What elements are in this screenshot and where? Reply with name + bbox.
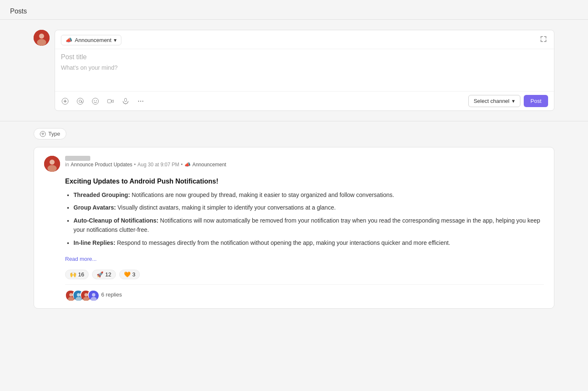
- post-card: in Announce Product Updates • Aug 30 at …: [34, 147, 554, 309]
- post-author-name: [65, 156, 90, 161]
- post-channel: Announce Product Updates: [71, 162, 132, 168]
- post-timestamp: Aug 30 at 9:07 PM: [137, 162, 179, 168]
- svg-point-8: [96, 100, 97, 101]
- bullet-1: Threaded Grouping: Notifications are now…: [74, 190, 544, 199]
- svg-point-29: [92, 293, 95, 297]
- reaction-1[interactable]: 🙌 16: [65, 270, 89, 279]
- type-filter-button[interactable]: Type: [34, 128, 66, 139]
- page-wrapper: Posts 📣 Announcement: [0, 0, 588, 391]
- plus-icon: [62, 98, 68, 105]
- bullet-4-bold: In-line Replies:: [74, 239, 116, 246]
- microphone-icon: [122, 98, 129, 105]
- post-avatar-svg: [44, 156, 60, 172]
- reply-avatar-4: [88, 290, 98, 300]
- bullet-sep-1: •: [134, 162, 136, 168]
- reaction-3-emoji: 🧡: [124, 271, 131, 278]
- reaction-3-count: 3: [132, 271, 135, 278]
- post-author-avatar: [44, 156, 60, 172]
- toolbar-icons: [61, 97, 145, 105]
- svg-point-13: [140, 100, 141, 101]
- chevron-down-icon: ▾: [114, 37, 117, 43]
- compose-header: 📣 Announcement ▾: [55, 30, 554, 49]
- replies-row[interactable]: 6 replies: [65, 284, 544, 300]
- post-button[interactable]: Post: [524, 95, 548, 107]
- at-icon: [77, 98, 84, 105]
- more-icon-button[interactable]: [136, 97, 145, 105]
- post-title: Exciting Updates to Android Push Notific…: [65, 178, 544, 185]
- avatar-svg: [34, 30, 50, 46]
- svg-rect-10: [125, 98, 127, 102]
- bullet-2-bold: Group Avatars:: [74, 204, 116, 211]
- svg-point-18: [47, 165, 57, 172]
- post-title-input[interactable]: Post title: [61, 53, 548, 61]
- bullet-2-text: Visually distinct avatars, making it sim…: [116, 204, 336, 211]
- mention-icon-button[interactable]: [76, 97, 84, 105]
- select-channel-button[interactable]: Select channel ▾: [468, 95, 520, 107]
- reaction-2-emoji: 🚀: [97, 271, 103, 278]
- svg-point-14: [142, 100, 143, 101]
- svg-point-2: [37, 39, 46, 46]
- post-body-input[interactable]: What's on your mind?: [61, 64, 548, 71]
- post-meta-info: in Announce Product Updates • Aug 30 at …: [65, 156, 226, 168]
- bullet-3-bold: Auto-Cleanup of Notifications:: [74, 217, 158, 224]
- compose-body[interactable]: Post title What's on your mind?: [55, 49, 554, 91]
- reaction-1-emoji: 🙌: [70, 271, 76, 278]
- announcement-label: Announcement: [75, 37, 111, 43]
- post-body: Threaded Grouping: Notifications are now…: [65, 190, 544, 264]
- expand-icon: [541, 36, 546, 42]
- emoji-icon-button[interactable]: [91, 97, 100, 105]
- select-channel-label: Select channel: [474, 98, 509, 104]
- feed-section: Type in: [0, 121, 588, 319]
- bullet-3: Auto-Cleanup of Notifications: Notificat…: [74, 216, 544, 235]
- compose-section: 📣 Announcement ▾ Post title What's on yo…: [0, 20, 588, 121]
- video-icon-button[interactable]: [106, 97, 115, 105]
- select-channel-chevron: ▾: [512, 98, 515, 104]
- video-icon: [107, 98, 114, 105]
- bullet-2: Group Avatars: Visually distinct avatars…: [74, 203, 544, 212]
- post-meta: in Announce Product Updates • Aug 30 at …: [44, 156, 544, 172]
- svg-point-1: [39, 34, 44, 39]
- svg-point-23: [77, 293, 80, 297]
- reaction-2-count: 12: [105, 271, 111, 278]
- page-title: Posts: [0, 0, 588, 19]
- compose-box: 📣 Announcement ▾ Post title What's on yo…: [55, 30, 554, 111]
- post-bullet-list: Threaded Grouping: Notifications are now…: [65, 190, 544, 247]
- bullet-1-text: Notifications are now grouped by thread,…: [130, 192, 394, 198]
- svg-point-4: [77, 98, 84, 104]
- replies-count: 6 replies: [101, 291, 122, 298]
- svg-point-6: [92, 98, 99, 104]
- type-filter-label: Type: [48, 131, 60, 137]
- svg-point-17: [50, 160, 55, 165]
- reaction-3[interactable]: 🧡 3: [119, 270, 140, 279]
- add-icon-button[interactable]: [61, 97, 69, 105]
- user-avatar: [34, 30, 50, 46]
- announcement-type-button[interactable]: 📣 Announcement ▾: [61, 35, 121, 45]
- post-content: Exciting Updates to Android Push Notific…: [44, 178, 544, 300]
- post-announcement-tag: 📣 Announcement: [184, 162, 226, 168]
- compose-container: 📣 Announcement ▾ Post title What's on yo…: [34, 30, 554, 111]
- filter-icon: [40, 131, 46, 137]
- svg-point-12: [138, 100, 139, 101]
- bullet-4-text: Respond to messages directly from the no…: [116, 239, 450, 246]
- expand-button[interactable]: [539, 34, 548, 45]
- reactions-row: 🙌 16 🚀 12 🧡 3: [65, 270, 544, 279]
- read-more-link[interactable]: Read more...: [65, 255, 97, 264]
- reaction-2[interactable]: 🚀 12: [92, 270, 116, 279]
- emoji-icon: [92, 98, 99, 105]
- post-meta-details: in Announce Product Updates • Aug 30 at …: [65, 162, 226, 168]
- in-label: in: [65, 162, 69, 168]
- svg-point-26: [84, 293, 88, 297]
- audio-icon-button[interactable]: [121, 97, 130, 105]
- tag-icon: 📣: [184, 162, 191, 168]
- bullet-1-bold: Threaded Grouping:: [74, 192, 130, 198]
- compose-footer: Select channel ▾ Post: [55, 91, 554, 110]
- svg-point-20: [69, 293, 73, 297]
- reaction-1-count: 16: [78, 271, 84, 278]
- bullet-4: In-line Replies: Respond to messages dir…: [74, 238, 544, 247]
- ellipsis-icon: [137, 98, 144, 105]
- feed-container: Type in: [34, 128, 554, 309]
- reply-avatars: [65, 290, 98, 300]
- compose-actions: Select channel ▾ Post: [468, 95, 548, 107]
- announcement-icon: 📣: [66, 37, 72, 43]
- bullet-sep-2: •: [181, 162, 183, 168]
